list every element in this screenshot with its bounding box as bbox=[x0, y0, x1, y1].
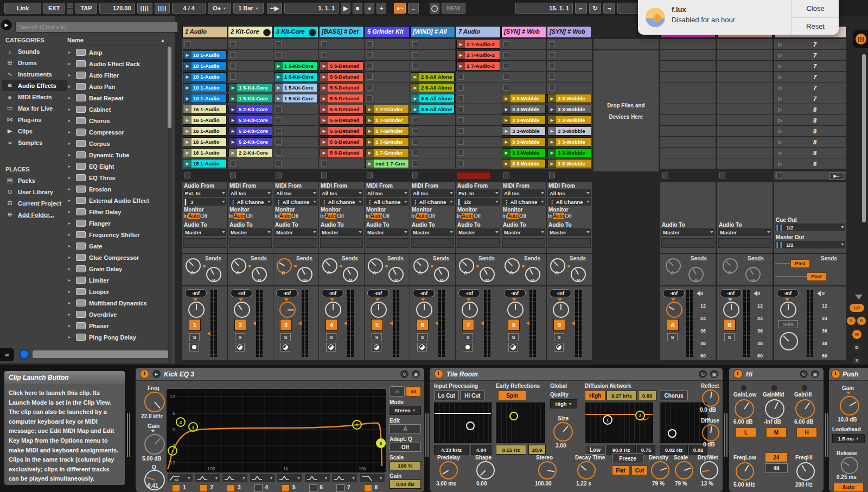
clip[interactable]: ▶2 6-All Alone bbox=[411, 72, 455, 81]
clip-launch-icon[interactable]: ▶ bbox=[548, 149, 556, 157]
track-activator-button[interactable]: 2 bbox=[234, 319, 246, 331]
return-clip-slot[interactable] bbox=[660, 61, 716, 71]
clip[interactable]: ▶16 1-Audio bbox=[183, 116, 227, 125]
clip-launch-icon[interactable]: ▶ bbox=[229, 94, 237, 103]
tempo-display[interactable]: 120.00 bbox=[99, 3, 135, 14]
hf-ratio-value[interactable]: 0.80 bbox=[638, 391, 656, 400]
browser-device-erosion[interactable]: ▸Erosion bbox=[68, 183, 149, 195]
browser-scrollbar[interactable] bbox=[168, 47, 171, 362]
clip-stop-icon[interactable] bbox=[412, 41, 418, 47]
diffuse-knob[interactable] bbox=[702, 424, 719, 442]
clip-slot[interactable] bbox=[456, 82, 501, 93]
clip-slot[interactable]: ▶1 7-Grinder bbox=[365, 148, 410, 158]
track-stop-row[interactable] bbox=[456, 171, 501, 180]
track-activator-button[interactable]: 9 bbox=[553, 319, 565, 331]
expand-caret-icon[interactable]: ▸ bbox=[68, 255, 73, 260]
clip-slot[interactable] bbox=[365, 39, 410, 49]
tempo-stepper[interactable] bbox=[67, 3, 73, 14]
clip-slot[interactable]: ▶5 6-Detuned bbox=[319, 93, 364, 104]
clip-slot[interactable] bbox=[273, 158, 318, 169]
expand-caret-icon[interactable]: ▸ bbox=[68, 118, 73, 123]
clip-stop-icon[interactable] bbox=[549, 85, 555, 91]
clip-slot[interactable] bbox=[456, 137, 501, 147]
clip-slot[interactable]: ▶1 5-Kit-Core bbox=[273, 82, 318, 93]
return-clip-slot[interactable] bbox=[660, 72, 716, 82]
arm-button[interactable] bbox=[508, 343, 518, 352]
input-channel-select[interactable]: ⋮ All Channe bbox=[502, 198, 545, 206]
drop-files-target[interactable]: Drop Files and Devices Here bbox=[593, 50, 659, 171]
clip-launch-icon[interactable]: ▶ bbox=[366, 149, 374, 157]
clip-slot[interactable] bbox=[456, 158, 501, 169]
freqlow-value[interactable]: 5.00 kHz bbox=[733, 482, 755, 488]
clip-slot[interactable]: ▶3 3-Wobble bbox=[547, 104, 592, 114]
clip-launch-icon[interactable]: ▶ bbox=[183, 62, 192, 70]
scene-launch-icon[interactable]: ▷ bbox=[778, 53, 782, 58]
clip-launch-icon[interactable]: ▶ bbox=[320, 62, 328, 70]
clip-slot[interactable]: ▶16 1-Audio bbox=[182, 126, 227, 136]
preview-headphone-icon[interactable] bbox=[20, 349, 29, 359]
expand-caret-icon[interactable]: ▸ bbox=[68, 289, 73, 294]
session-record-button[interactable]: ◯ bbox=[430, 3, 439, 14]
clip-slot[interactable]: ▶1 7-Grinder bbox=[365, 115, 410, 125]
clip-slot[interactable]: ▶5 6-Detuned bbox=[319, 104, 364, 114]
pan-knob[interactable] bbox=[325, 302, 341, 318]
pan-knob[interactable] bbox=[666, 302, 682, 318]
return-clip-slot[interactable] bbox=[717, 104, 773, 114]
auto-release-button[interactable]: Auto bbox=[833, 483, 864, 492]
nudge-down-button[interactable]: |||| bbox=[137, 3, 152, 14]
monitor-auto-button[interactable]: Auto bbox=[462, 213, 473, 219]
scene-launch-icon[interactable]: ▷ bbox=[778, 74, 782, 80]
clip-launch-icon[interactable]: ▶ bbox=[502, 105, 510, 113]
sidebar-item-current-project[interactable]: ⊟Current Project bbox=[2, 197, 67, 209]
band-enable-checkbox[interactable] bbox=[254, 484, 263, 492]
clip-launch-icon[interactable]: ▶ bbox=[548, 105, 556, 113]
track-stop-row[interactable] bbox=[182, 171, 227, 180]
cue-volume-knob[interactable] bbox=[780, 332, 798, 350]
clip-slot[interactable] bbox=[365, 82, 410, 93]
band-filter-select[interactable]: ▼ bbox=[222, 474, 247, 482]
track-activator-button[interactable]: 7 bbox=[462, 319, 474, 331]
volume-display[interactable]: -Inf bbox=[367, 289, 389, 297]
clip[interactable]: ▶3 3-Wobble bbox=[502, 126, 546, 136]
clip-launch-icon[interactable]: ▶ bbox=[320, 105, 328, 113]
solo-button[interactable]: S bbox=[554, 333, 564, 341]
clip-slot[interactable]: ▶3 3-Wobble bbox=[501, 158, 546, 169]
input-route-select[interactable]: All Ins bbox=[502, 189, 545, 197]
clip-stop-icon[interactable] bbox=[276, 139, 282, 145]
output-route-select[interactable]: Master bbox=[502, 228, 545, 236]
clip-slot[interactable]: ▶5 2-Kit-Core bbox=[228, 126, 273, 136]
clip-slot[interactable] bbox=[501, 50, 546, 60]
band-filter-select[interactable]: ▼ bbox=[360, 474, 385, 482]
band-filter-select[interactable]: ▼ bbox=[250, 474, 275, 482]
clip-slot[interactable] bbox=[273, 148, 318, 158]
master-solo-button[interactable]: Solo bbox=[778, 320, 798, 328]
stereo-value[interactable]: 100.00 bbox=[535, 481, 552, 487]
reverb-scale-value[interactable]: 79 % bbox=[675, 481, 687, 487]
return-clip-slot[interactable] bbox=[660, 137, 716, 147]
clip-slot[interactable] bbox=[273, 137, 318, 147]
re-enable-automation-button[interactable]: ← bbox=[408, 3, 419, 14]
clip-slot[interactable]: ▶16 1-Audio bbox=[182, 148, 227, 158]
solo-button[interactable]: S bbox=[724, 333, 735, 341]
clip-slot[interactable]: ▶5 2-Kit-Core bbox=[228, 104, 273, 114]
output-route-select[interactable]: Master bbox=[275, 228, 317, 236]
return-stop-row[interactable] bbox=[660, 171, 716, 180]
post-a-button[interactable]: Post bbox=[790, 259, 810, 268]
clip[interactable]: ▶1 7-Grinder bbox=[365, 137, 409, 146]
clip-stop-icon[interactable] bbox=[276, 106, 282, 112]
band-filter-select[interactable]: ▼ bbox=[195, 474, 220, 482]
track-header[interactable]: [WIND] # All bbox=[410, 26, 455, 38]
clip-slot[interactable] bbox=[319, 50, 364, 60]
clip-stop-icon[interactable] bbox=[412, 139, 418, 145]
return-clip-slot[interactable] bbox=[717, 61, 773, 71]
expand-caret-icon[interactable]: ▸ bbox=[68, 266, 73, 271]
freqlow-knob[interactable] bbox=[736, 462, 754, 481]
browser-device-grain-delay[interactable]: ▸Grain Delay bbox=[68, 263, 149, 274]
track-header[interactable]: 3 Kit-Core bbox=[273, 26, 318, 38]
band-filter-select[interactable]: ▼ bbox=[332, 474, 357, 482]
ext-toggle[interactable]: EXT bbox=[43, 3, 65, 14]
save-preset-icon[interactable]: ▣ bbox=[811, 370, 819, 378]
clip-slot[interactable] bbox=[410, 126, 455, 136]
clip-stop-icon[interactable] bbox=[367, 74, 373, 80]
clip-slot[interactable] bbox=[456, 72, 501, 82]
